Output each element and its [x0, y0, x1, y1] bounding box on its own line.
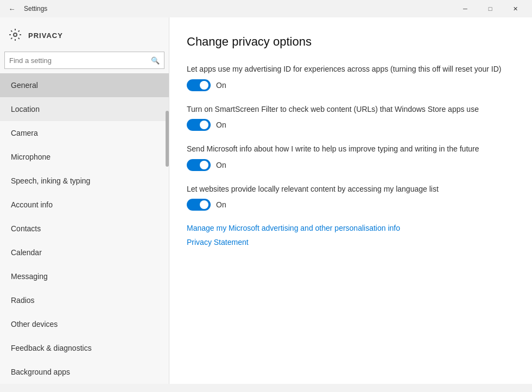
toggle-knob	[200, 161, 208, 169]
nav-item-microphone[interactable]: Microphone	[0, 145, 169, 169]
toggle-row-smartscreen: On	[187, 119, 510, 131]
search-input[interactable]	[9, 56, 151, 65]
nav-item-accountinfo[interactable]: Account info	[0, 193, 169, 217]
toggle-smartscreen[interactable]	[187, 119, 211, 131]
nav-item-radios[interactable]: Radios	[0, 288, 169, 312]
setting-advertising-id-description: Let apps use my advertising ID for exper…	[187, 64, 502, 75]
toggle-label-advertising-id: On	[216, 81, 226, 90]
setting-smartscreen-description: Turn on SmartScreen Filter to check web …	[187, 104, 502, 115]
setting-typing-info-description: Send Microsoft info about how I write to…	[187, 144, 502, 155]
setting-typing-info: Send Microsoft info about how I write to…	[187, 144, 510, 171]
nav-item-otherdevices[interactable]: Other devices	[0, 312, 169, 336]
window-controls: ─ □ ✕	[453, 0, 528, 17]
back-button[interactable]: ←	[4, 1, 20, 16]
toggle-row-typing-info: On	[187, 159, 510, 171]
links-section: Manage my Microsoft advertising and othe…	[187, 224, 510, 246]
toggle-row-advertising-id: On	[187, 79, 510, 91]
nav-item-backgroundapps[interactable]: Background apps	[0, 360, 169, 384]
app-container: PRIVACY 🔍 General Location Camera Microp…	[0, 17, 532, 384]
toggle-label-language-list: On	[216, 200, 226, 209]
minimize-button[interactable]: ─	[453, 0, 478, 17]
toggle-language-list[interactable]	[187, 199, 211, 211]
toggle-row-language-list: On	[187, 199, 510, 211]
toggle-label-smartscreen: On	[216, 121, 226, 129]
nav-item-calendar[interactable]: Calendar	[0, 241, 169, 264]
sidebar-title: PRIVACY	[28, 31, 63, 40]
privacy-statement-link[interactable]: Privacy Statement	[187, 238, 510, 246]
svg-point-0	[14, 33, 17, 36]
nav-item-contacts[interactable]: Contacts	[0, 217, 169, 241]
toggle-knob	[200, 200, 208, 209]
nav-item-general[interactable]: General	[0, 73, 169, 97]
sidebar-header: PRIVACY	[0, 17, 169, 52]
toggle-knob	[200, 81, 208, 90]
window-title: Settings	[24, 5, 47, 12]
search-icon: 🔍	[151, 56, 160, 65]
back-icon: ←	[9, 5, 16, 13]
scroll-track	[166, 73, 169, 384]
setting-language-list: Let websites provide locally relevant co…	[187, 184, 510, 211]
nav-item-location[interactable]: Location	[0, 97, 169, 121]
nav-item-messaging[interactable]: Messaging	[0, 264, 169, 288]
toggle-knob	[200, 121, 208, 129]
search-container: 🔍	[0, 52, 169, 73]
advertising-personalisation-link[interactable]: Manage my Microsoft advertising and othe…	[187, 224, 510, 232]
page-title: Change privacy options	[187, 35, 510, 49]
title-bar: ← Settings ─ □ ✕	[0, 0, 532, 17]
scroll-thumb[interactable]	[166, 111, 169, 167]
toggle-advertising-id[interactable]	[187, 79, 211, 91]
setting-advertising-id: Let apps use my advertising ID for exper…	[187, 64, 510, 91]
nav-item-camera[interactable]: Camera	[0, 121, 169, 145]
nav-item-feedback[interactable]: Feedback & diagnostics	[0, 336, 169, 360]
sidebar: PRIVACY 🔍 General Location Camera Microp…	[0, 17, 169, 384]
main-content: Change privacy options Let apps use my a…	[169, 17, 532, 384]
search-box[interactable]: 🔍	[4, 52, 164, 69]
toggle-label-typing-info: On	[216, 161, 226, 169]
privacy-icon	[9, 28, 22, 43]
nav-list: General Location Camera Microphone Speec…	[0, 73, 169, 384]
toggle-typing-info[interactable]	[187, 159, 211, 171]
nav-item-speech[interactable]: Speech, inking & typing	[0, 169, 169, 193]
close-button[interactable]: ✕	[503, 0, 528, 17]
maximize-button[interactable]: □	[478, 0, 503, 17]
setting-smartscreen: Turn on SmartScreen Filter to check web …	[187, 104, 510, 131]
setting-language-list-description: Let websites provide locally relevant co…	[187, 184, 502, 195]
